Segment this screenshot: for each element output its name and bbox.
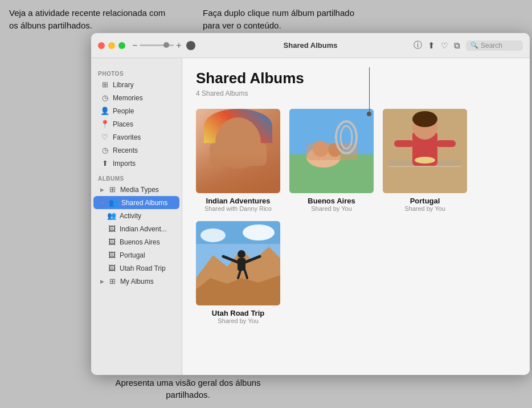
buenos-svg: [289, 109, 374, 193]
svg-point-16: [415, 157, 435, 164]
search-icon: 🔍: [470, 42, 478, 49]
svg-point-23: [238, 250, 245, 258]
svg-marker-22: [196, 275, 280, 305]
hands-element: [210, 143, 267, 166]
zoom-slider-thumb: [163, 42, 169, 48]
album-name-indian-adventures: Indian Adventures: [196, 197, 280, 205]
album-shared-by-buenos-aires: Shared by You: [289, 205, 374, 212]
album-shared-by-utah-road-trip: Shared by You: [196, 317, 280, 324]
buenos-aires-icon: 🖼: [107, 238, 116, 246]
sidebar-item-indian-adv[interactable]: 🖼 Indian Advent...: [93, 222, 179, 235]
album-thumb-portugal: [383, 109, 467, 193]
sidebar-item-recents[interactable]: ◷ Recents: [93, 144, 179, 157]
sidebar-item-people[interactable]: 👤 People: [93, 104, 179, 117]
expand-my-albums-icon: ▶: [100, 279, 104, 284]
tooltip-activity: Veja a atividade recente relacionada com…: [0, 0, 177, 39]
sidebar-item-library[interactable]: ⊞ Library: [93, 78, 179, 91]
thumb-utah-bg: [196, 221, 280, 305]
thumb-portugal-bg: [383, 109, 467, 193]
album-shared-by-indian-adventures: Shared with Danny Rico: [196, 205, 280, 212]
people-icon: 👤: [100, 107, 109, 115]
sidebar-item-activity[interactable]: 👥 Activity: [93, 209, 179, 222]
portugal-svg: [383, 109, 467, 193]
sidebar-item-favorites[interactable]: ♡ Favorites: [93, 130, 179, 144]
sidebar-section-albums: Albums: [91, 173, 182, 183]
library-icon: ⊞: [100, 80, 109, 89]
sidebar-item-my-albums[interactable]: ▶ ⊞ My Albums: [93, 275, 179, 288]
sidebar-item-utah-road-trip[interactable]: 🖼 Utah Road Trip: [93, 262, 179, 275]
sidebar-item-buenos-aires[interactable]: 🖼 Buenos Aires: [93, 235, 179, 248]
close-button[interactable]: [98, 42, 105, 49]
search-box[interactable]: 🔍 Search: [466, 40, 523, 51]
window-body: Photos ⊞ Library ◷ Memories 👤 People 📍 P…: [91, 58, 530, 375]
callout-line-vertical: [369, 67, 370, 113]
share-button[interactable]: ⬆: [428, 40, 435, 51]
sidebar-section-photos: Photos: [91, 68, 182, 78]
album-thumb-utah-road-trip: [196, 221, 280, 305]
media-types-icon: ⊞: [108, 185, 117, 194]
toolbar-actions: ⓘ ⬆ ♡ ⧉ 🔍 Search: [414, 40, 523, 51]
imports-icon: ⬆: [100, 159, 109, 168]
thumb-indian-bg: [196, 109, 280, 193]
activity-icon: 👥: [107, 211, 116, 220]
album-card-utah-road-trip[interactable]: Utah Road Trip Shared by You: [196, 221, 280, 324]
album-card-indian-adventures[interactable]: Indian Adventures Shared with Danny Rico: [196, 109, 280, 212]
svg-point-20: [243, 225, 275, 240]
expand-shared-albums-icon: ▼: [100, 200, 105, 206]
minimize-button[interactable]: [108, 42, 115, 49]
svg-rect-14: [394, 140, 414, 147]
album-card-buenos-aires[interactable]: Buenos Aires Shared by You: [289, 109, 374, 212]
sidebar-item-media-types[interactable]: ▶ ⊞ Media Types: [93, 183, 179, 196]
tooltip-overview: Apresenta uma visão geral dos álbuns par…: [91, 370, 285, 409]
album-name-buenos-aires: Buenos Aires: [289, 197, 374, 205]
info-button[interactable]: ⓘ: [414, 40, 422, 51]
expand-media-types-icon: ▶: [100, 187, 104, 193]
slideshow-button[interactable]: ⧉: [454, 40, 460, 51]
zoom-slider[interactable]: [140, 44, 174, 46]
zoom-controls: − +: [132, 40, 195, 51]
sidebar-item-memories[interactable]: ◷ Memories: [93, 91, 179, 104]
zoom-in-button[interactable]: +: [176, 40, 181, 51]
utah-svg: [196, 221, 280, 305]
svg-rect-24: [238, 258, 245, 271]
album-thumb-indian-adventures: [196, 109, 280, 193]
traffic-lights: [98, 42, 125, 49]
thumb-buenos-bg: [289, 109, 374, 193]
album-shared-by-portugal: Shared by You: [383, 205, 467, 212]
svg-point-13: [412, 111, 437, 127]
recents-icon: ◷: [100, 146, 109, 154]
album-name-portugal: Portugal: [383, 197, 467, 205]
albums-grid: Indian Adventures Shared with Danny Rico: [196, 109, 516, 324]
svg-point-19: [200, 229, 226, 242]
sidebar-item-places[interactable]: 📍 Places: [93, 117, 179, 130]
portugal-icon: 🖼: [107, 251, 116, 259]
zoom-circle-indicator: [186, 41, 195, 50]
utah-road-trip-icon: 🖼: [107, 264, 116, 272]
fullscreen-button[interactable]: [118, 42, 125, 49]
sidebar: Photos ⊞ Library ◷ Memories 👤 People 📍 P…: [91, 58, 182, 375]
places-icon: 📍: [100, 120, 109, 128]
my-albums-icon: ⊞: [108, 277, 117, 285]
page-subtitle: 4 Shared Albums: [196, 89, 516, 97]
favorites-icon: ♡: [100, 133, 109, 141]
sidebar-item-portugal[interactable]: 🖼 Portugal: [93, 248, 179, 262]
memories-icon: ◷: [100, 93, 109, 102]
sidebar-item-shared-albums[interactable]: ▼ 👥 Shared Albums: [93, 196, 179, 209]
album-name-utah-road-trip: Utah Road Trip: [196, 309, 280, 317]
album-thumb-buenos-aires: [289, 109, 374, 193]
indian-adv-icon: 🖼: [107, 225, 116, 233]
callout-dot: [367, 112, 371, 116]
sidebar-item-imports[interactable]: ⬆ Imports: [93, 157, 179, 170]
main-content: Shared Albums 4 Shared Albums Indian Adv…: [182, 58, 530, 375]
page-title: Shared Albums: [196, 70, 516, 87]
shared-albums-icon: 👥: [109, 198, 118, 207]
zoom-out-button[interactable]: −: [132, 40, 137, 51]
window-title: Shared Albums: [284, 41, 338, 50]
favorite-button[interactable]: ♡: [441, 41, 448, 50]
album-card-portugal[interactable]: Portugal Shared by You: [383, 109, 467, 212]
photos-window: − + Shared Albums ⓘ ⬆ ♡ ⧉ 🔍 Search Phot: [91, 33, 530, 375]
svg-rect-15: [436, 140, 456, 147]
tooltip-double-click: Faça duplo clique num álbum partilhado p…: [194, 0, 365, 39]
